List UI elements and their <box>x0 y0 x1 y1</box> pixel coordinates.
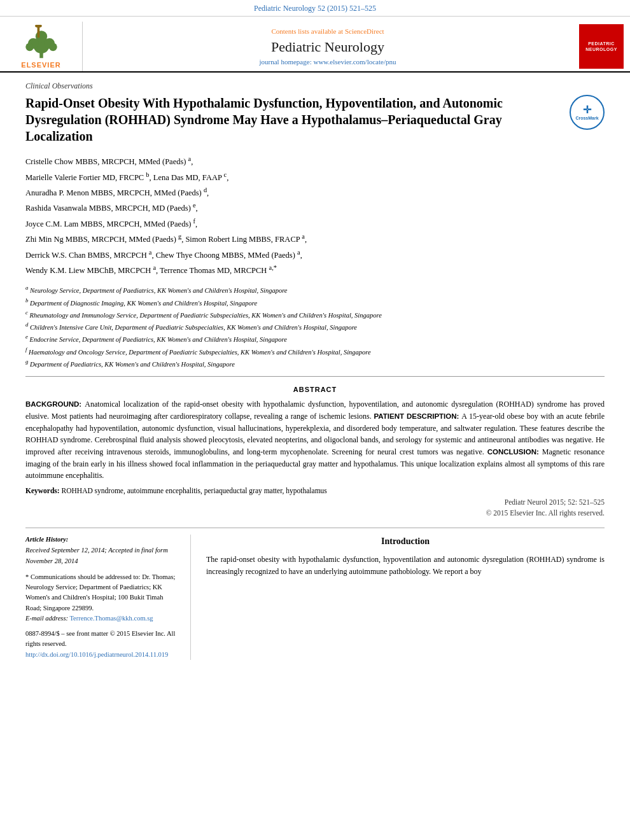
journal-reference: Pediatric Neurology 52 (2015) 521–525 <box>0 0 630 17</box>
email-link[interactable]: Terrence.Thomas@kkh.com.sg <box>69 615 153 622</box>
section-divider <box>25 528 605 528</box>
journal-homepage: journal homepage: www.elsevier.com/locat… <box>260 58 396 66</box>
doi-link[interactable]: http://dx.doi.org/10.1016/j.pediatrneuro… <box>25 651 168 658</box>
abstract-heading: Abstract <box>25 386 605 393</box>
elsevier-text: ELSEVIER <box>21 61 60 69</box>
journal-header: ELSEVIER Contents lists available at Sci… <box>0 17 630 73</box>
journal-badge-area: PEDIATRIC NEUROLOGY <box>573 22 630 71</box>
affiliation-b: b Department of Diagnostic Imaging, KK W… <box>25 297 605 308</box>
section-label: Clinical Observations <box>25 81 605 91</box>
received-date: Received September 12, 2014; Accepted in… <box>25 545 180 567</box>
main-content: Clinical Observations Rapid-Onset Obesit… <box>0 73 630 669</box>
keywords: Keywords: ROHHAD syndrome, autoimmune en… <box>25 487 605 494</box>
svg-point-8 <box>34 25 41 28</box>
svg-point-5 <box>25 43 34 51</box>
journal-title: Pediatric Neurology <box>271 39 384 55</box>
footer-copyright: 0887-8994/$ – see front matter © 2015 El… <box>25 629 180 660</box>
journal-badge: PEDIATRIC NEUROLOGY <box>579 24 624 69</box>
article-history-column: Article History: Received September 12, … <box>25 535 191 660</box>
affiliations-list: a Neurology Service, Department of Paedi… <box>25 284 605 377</box>
bottom-section: Article History: Received September 12, … <box>25 535 605 660</box>
svg-point-6 <box>48 43 57 51</box>
sciencedirect-link-text[interactable]: ScienceDirect <box>345 27 384 35</box>
introduction-text: The rapid-onset obesity with hypothalami… <box>206 554 605 577</box>
article-history-title: Article History: <box>25 535 180 545</box>
affiliation-g: g Department of Paediatrics, KK Women's … <box>25 358 605 369</box>
correspondence-note: * Communications should be addressed to:… <box>25 572 180 624</box>
elsevier-tree-icon <box>16 25 67 60</box>
journal-header-center: Contents lists available at ScienceDirec… <box>83 22 573 71</box>
abstract-section: Abstract Background: Anatomical localiza… <box>25 386 605 519</box>
article-history: Article History: Received September 12, … <box>25 535 180 566</box>
affiliation-d: d Children's Intensive Care Unit, Depart… <box>25 321 605 332</box>
introduction-heading: Introduction <box>206 535 605 549</box>
citation-line: Pediatr Neurol 2015; 52: 521–525 © 2015 … <box>25 497 605 519</box>
affiliation-e: e Endocrine Service, Department of Paedi… <box>25 333 605 344</box>
introduction-column: Introduction The rapid-onset obesity wit… <box>206 535 605 660</box>
crossmark-badge[interactable]: ✛ CrossMark <box>570 95 605 130</box>
elsevier-logo-area: ELSEVIER <box>0 22 83 71</box>
elsevier-logo: ELSEVIER <box>16 25 67 69</box>
affiliation-c: c Rheumatology and Immunology Service, D… <box>25 309 605 320</box>
article-title: Rapid-Onset Obesity With Hypothalamic Dy… <box>25 95 605 144</box>
abstract-body: Background: Anatomical localization of t… <box>25 398 605 482</box>
authors-list: Cristelle Chow MBBS, MRCPCH, MMed (Paeds… <box>25 153 605 277</box>
sciencedirect-label: Contents lists available at ScienceDirec… <box>271 27 384 35</box>
affiliation-a: a Neurology Service, Department of Paedi… <box>25 284 605 295</box>
affiliation-f: f Haematology and Oncology Service, Depa… <box>25 346 605 357</box>
